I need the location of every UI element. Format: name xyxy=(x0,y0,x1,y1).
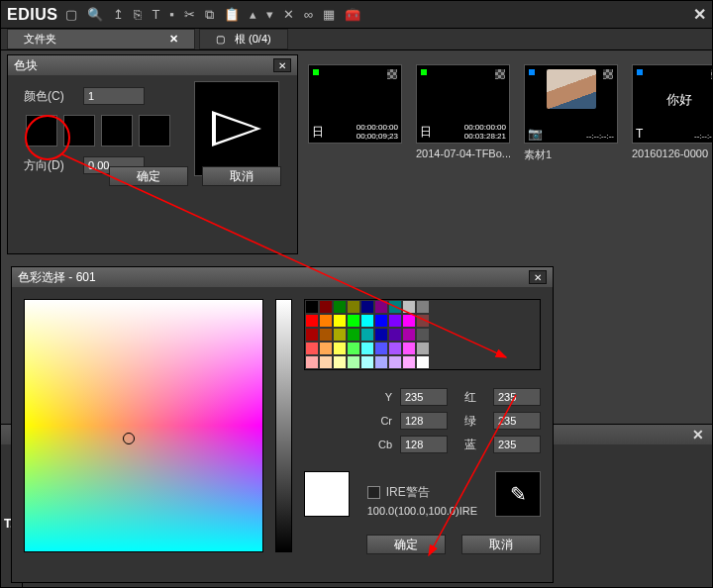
paste-icon[interactable]: 📋 xyxy=(224,7,240,22)
eyedropper-icon: ✎ xyxy=(510,482,527,506)
text-icon[interactable]: T xyxy=(152,7,159,22)
color-swatch[interactable] xyxy=(101,115,133,147)
toolbox-icon[interactable]: 🧰 xyxy=(345,7,360,22)
palette-color[interactable] xyxy=(305,300,319,314)
brightness-slider[interactable] xyxy=(275,299,292,552)
clip-image-preview xyxy=(547,69,596,109)
dialog-titlebar[interactable]: 色块 ✕ xyxy=(8,55,297,75)
palette-color[interactable] xyxy=(374,314,388,328)
palette-color[interactable] xyxy=(319,342,333,355)
palette-color[interactable] xyxy=(319,300,333,314)
eyedropper-button[interactable]: ✎ xyxy=(495,471,541,517)
close-icon[interactable]: ✕ xyxy=(693,5,706,24)
palette-color[interactable] xyxy=(388,342,402,355)
palette-color[interactable] xyxy=(402,355,416,369)
close-icon[interactable]: ✕ xyxy=(692,427,704,442)
undo-icon[interactable]: ▴ xyxy=(250,7,256,22)
palette-color[interactable] xyxy=(319,328,333,342)
color-swatch[interactable] xyxy=(139,115,170,147)
cut-icon[interactable]: ✂ xyxy=(184,7,195,22)
close-icon[interactable]: ✕ xyxy=(273,58,291,72)
palette-color[interactable] xyxy=(347,342,360,355)
blue-input[interactable] xyxy=(493,436,541,453)
palette-color[interactable] xyxy=(402,314,416,328)
tab-bin[interactable]: ▢ 根 (0/4) xyxy=(199,29,288,49)
palette-color[interactable] xyxy=(360,342,374,355)
palette-color[interactable] xyxy=(333,355,347,369)
copy-icon[interactable]: ⧉ xyxy=(205,7,214,23)
workspace: ✕ T. 日 00:00:00:0000;00;09;23 xyxy=(1,50,712,587)
color-count-input[interactable] xyxy=(83,87,145,105)
y-input[interactable] xyxy=(400,388,448,406)
palette-color[interactable] xyxy=(360,355,374,369)
palette-color[interactable] xyxy=(347,328,360,342)
delete-icon[interactable]: ✕ xyxy=(283,7,294,22)
palette-color[interactable] xyxy=(333,300,347,314)
palette-color[interactable] xyxy=(402,300,416,314)
palette-color[interactable] xyxy=(333,342,347,355)
ok-button[interactable]: 确定 xyxy=(109,166,188,186)
ire-warning-checkbox[interactable] xyxy=(367,486,380,499)
clip-item[interactable]: 日 00:00:00:0000;00;09;23 xyxy=(308,64,402,162)
cancel-button[interactable]: 取消 xyxy=(202,166,281,186)
link-icon[interactable]: ∞ xyxy=(304,7,313,22)
comment-icon[interactable]: ▪ xyxy=(169,7,174,22)
clip-timecode: 00:00:00:0000:03:28:21 xyxy=(452,123,506,141)
color-swatch[interactable] xyxy=(63,115,95,147)
palette-color[interactable] xyxy=(333,314,347,328)
palette-color[interactable] xyxy=(305,314,319,328)
tab-close-icon[interactable]: ✕ xyxy=(169,33,178,46)
palette-color[interactable] xyxy=(416,328,430,342)
palette-color[interactable] xyxy=(416,300,430,314)
palette-color[interactable] xyxy=(319,314,333,328)
ire-warning-label: IRE警告 xyxy=(386,484,430,501)
red-input[interactable] xyxy=(493,388,541,406)
palette-color[interactable] xyxy=(347,355,360,369)
cb-label: Cb xyxy=(304,439,392,450)
palette-color[interactable] xyxy=(360,300,374,314)
new-seq-icon[interactable]: ⎘ xyxy=(134,7,142,22)
palette-color[interactable] xyxy=(347,300,360,314)
folder-icon[interactable]: ▢ xyxy=(65,7,77,22)
palette-color[interactable] xyxy=(388,314,402,328)
close-icon[interactable]: ✕ xyxy=(529,270,547,284)
palette-color[interactable] xyxy=(374,300,388,314)
palette-color[interactable] xyxy=(305,328,319,342)
palette-color[interactable] xyxy=(374,342,388,355)
palette-color[interactable] xyxy=(305,342,319,355)
clip-item[interactable]: 你好 T --:--:--:-- 20160126-0000 xyxy=(632,64,713,162)
palette-color[interactable] xyxy=(305,355,319,369)
palette-color[interactable] xyxy=(319,355,333,369)
color-gradient-picker[interactable] xyxy=(24,299,263,552)
search-icon[interactable]: 🔍 xyxy=(87,7,103,22)
ok-button[interactable]: 确定 xyxy=(366,535,446,554)
palette-color[interactable] xyxy=(374,355,388,369)
palette-color[interactable] xyxy=(333,328,347,342)
palette-color[interactable] xyxy=(388,355,402,369)
redo-icon[interactable]: ▾ xyxy=(266,7,273,22)
clip-caption: 20160126-0000 xyxy=(632,147,713,159)
cb-input[interactable] xyxy=(400,436,448,453)
palette-color[interactable] xyxy=(402,342,416,355)
palette-color[interactable] xyxy=(416,342,430,355)
palette-color[interactable] xyxy=(416,314,430,328)
grid-icon[interactable]: ▦ xyxy=(323,7,335,22)
palette-color[interactable] xyxy=(402,328,416,342)
cancel-button[interactable]: 取消 xyxy=(461,535,541,554)
dialog-titlebar[interactable]: 色彩选择 - 601 ✕ xyxy=(12,267,553,287)
clip-item[interactable]: 📷 --:--:--:-- 素材1 xyxy=(524,64,618,162)
direction-preview[interactable] xyxy=(194,81,279,176)
palette-color[interactable] xyxy=(388,328,402,342)
palette-color[interactable] xyxy=(360,314,374,328)
palette-color[interactable] xyxy=(360,328,374,342)
palette-color[interactable] xyxy=(388,300,402,314)
palette-color[interactable] xyxy=(416,355,430,369)
color-swatch[interactable] xyxy=(26,115,57,147)
clip-item[interactable]: 日 00:00:00:0000:03:28:21 2014-07-04-TFBo… xyxy=(416,64,510,162)
green-input[interactable] xyxy=(493,412,541,430)
cr-input[interactable] xyxy=(400,412,448,430)
tab-file[interactable]: 文件夹 ✕ xyxy=(7,29,195,49)
up-icon[interactable]: ↥ xyxy=(113,7,124,22)
palette-color[interactable] xyxy=(347,314,360,328)
palette-color[interactable] xyxy=(374,328,388,342)
